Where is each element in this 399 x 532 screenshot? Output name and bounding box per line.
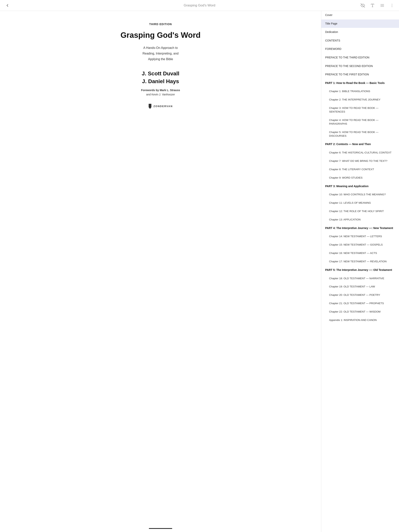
publisher-name: ZONDERVAN (153, 105, 173, 108)
publisher-logo: ZONDERVAN (148, 104, 173, 109)
toc-item-26[interactable]: Chapter 15: NEW TESTAMENT — GOSPELS (321, 241, 399, 249)
toc-item-11[interactable]: Chapter 3: HOW TO READ THE BOOK — SENTEN… (321, 104, 399, 116)
cloud-off-icon[interactable] (360, 2, 366, 9)
book-content: THIRD EDITION Grasping God's Word A Hand… (0, 11, 321, 124)
book-content-wrapper: THIRD EDITION Grasping God's Word A Hand… (0, 11, 321, 532)
svg-point-6 (392, 4, 392, 5)
menu-icon[interactable] (379, 2, 385, 9)
toc-item-10[interactable]: Chapter 2: THE INTERPRETIVE JOURNEY (321, 96, 399, 104)
toc-item-1[interactable]: Title Page (321, 19, 399, 28)
book-forewords-names: and Kevin J. Vanhoozer (146, 93, 175, 96)
toc-item-5[interactable]: PREFACE TO THE THIRD EDITION (321, 53, 399, 62)
toc-item-17[interactable]: Chapter 8: THE LITERARY CONTEXT (321, 165, 399, 174)
edition-label: THIRD EDITION (149, 23, 172, 26)
header-actions (360, 2, 395, 9)
text-format-icon[interactable] (369, 2, 376, 9)
toc-item-33[interactable]: Chapter 21: OLD TESTAMENT — PROPHETS (321, 299, 399, 308)
toc-item-19[interactable]: PART 3: Meaning and Application (321, 182, 399, 191)
book-forewords: Forewords by Mark L. Strauss (141, 89, 180, 92)
toc-item-0[interactable]: Cover (321, 11, 399, 19)
toc-item-18[interactable]: Chapter 9: WORD STUDIES (321, 174, 399, 182)
toc-item-14[interactable]: PART 2: Contexts — Now and Then (321, 140, 399, 149)
toc-item-2[interactable]: Dedication (321, 28, 399, 36)
toc-item-29[interactable]: PART 5: The Interpretive Journey —: Old … (321, 266, 399, 274)
svg-rect-9 (149, 104, 151, 107)
header-title: Grasping God's Word (184, 4, 215, 7)
svg-point-7 (392, 5, 392, 6)
app-header: Grasping God's Word (0, 0, 399, 11)
toc-item-27[interactable]: Chapter 16: NEW TESTAMENT — ACTS (321, 249, 399, 257)
toc-item-28[interactable]: Chapter 17: NEW TESTAMENT — REVELATION (321, 257, 399, 266)
toc-item-7[interactable]: PREFACE TO THE FIRST EDITION (321, 70, 399, 79)
book-authors: J. Scott Duvall J. Daniel Hays (142, 70, 180, 85)
main-layout: THIRD EDITION Grasping God's Word A Hand… (0, 11, 399, 532)
toc-item-31[interactable]: Chapter 19: OLD TESTAMENT — LAW (321, 283, 399, 291)
toc-item-22[interactable]: Chapter 12: THE ROLE OF THE HOLY SPIRIT (321, 207, 399, 215)
toc-item-21[interactable]: Chapter 11: LEVELS OF MEANING (321, 199, 399, 207)
toc-item-16[interactable]: Chapter 7: WHAT DO WE BRING TO THE TEXT? (321, 157, 399, 165)
toc-item-12[interactable]: Chapter 4: HOW TO READ THE BOOK — PARAGR… (321, 116, 399, 128)
toc-item-24[interactable]: PART 4: The Interpretive Journey —: New … (321, 224, 399, 233)
scroll-indicator (149, 528, 172, 529)
toc-item-25[interactable]: Chapter 14: NEW TESTAMENT — LETTERS (321, 232, 399, 241)
toc-item-6[interactable]: PREFACE TO THE SECOND EDITION (321, 62, 399, 70)
toc-item-3[interactable]: CONTENTS (321, 36, 399, 45)
svg-point-8 (392, 6, 392, 7)
book-title: Grasping God's Word (120, 30, 200, 40)
toc-item-30[interactable]: Chapter 18: OLD TESTAMENT — NARRATIVE (321, 274, 399, 283)
toc-item-8[interactable]: PART 1: How to Read the Book — Basic Too… (321, 79, 399, 88)
book-subtitle: A Hands-On Approach to Reading, Interpre… (142, 45, 179, 62)
sidebar-toc: CoverTitle PageDedicationCONTENTSFOREWOR… (321, 11, 399, 532)
more-vert-icon[interactable] (389, 2, 395, 9)
toc-item-9[interactable]: Chapter 1: BIBLE TRANSLATIONS (321, 87, 399, 96)
toc-item-20[interactable]: Chapter 10: WHO CONTROLS THE MEANING? (321, 190, 399, 199)
toc-item-15[interactable]: Chapter 6: THE HISTORICAL-CULTURAL CONTE… (321, 149, 399, 157)
toc-item-32[interactable]: Chapter 20: OLD TESTAMENT — POETRY (321, 291, 399, 299)
toc-item-35[interactable]: Appendix 1: INSPIRATION AND CANON (321, 316, 399, 324)
svg-marker-10 (149, 107, 151, 109)
toc-item-34[interactable]: Chapter 22: OLD TESTAMENT — WISDOM (321, 308, 399, 316)
toc-item-23[interactable]: Chapter 13: APPLICATION (321, 215, 399, 224)
toc-item-4[interactable]: FOREWORD (321, 45, 399, 53)
back-button[interactable] (4, 2, 11, 9)
toc-item-13[interactable]: Chapter 5: HOW TO READ THE BOOK — DISCOU… (321, 128, 399, 140)
